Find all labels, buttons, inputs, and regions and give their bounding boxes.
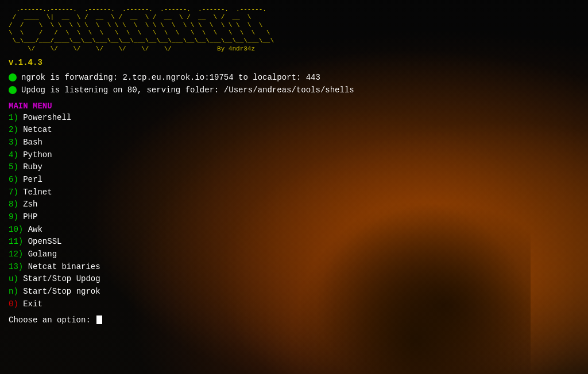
updog-status: Updog is listening on 80, serving folder… [9,85,579,95]
menu-num-6: 6) [9,175,18,184]
menu-num-13: 13) [9,262,23,271]
menu-num-9: 9) [9,212,18,221]
menu-num-u: u) [9,274,18,283]
menu-label-awk: Awk [28,225,42,234]
menu-item-awk[interactable]: 10) Awk [9,224,579,236]
menu-item-bash[interactable]: 3) Bash [9,137,579,149]
main-menu: MAIN MENU 1) Powershell 2) Netcat 3) Bas… [9,102,579,311]
menu-label-telnet: Telnet [23,188,52,197]
menu-item-netcat-binaries[interactable]: 13) Netcat binaries [9,261,579,274]
menu-item-php[interactable]: 9) PHP [9,211,579,224]
prompt-text: Choose an option: [9,315,91,325]
menu-item-zsh[interactable]: 8) Zsh [9,198,579,211]
menu-label-powershell: Powershell [23,113,71,122]
menu-label-exit: Exit [23,299,42,309]
menu-label-python: Python [23,150,52,159]
menu-label-golang: Golang [28,250,57,259]
menu-item-powershell[interactable]: 1) Powershell [9,112,579,124]
menu-num-4: 4) [9,150,18,159]
menu-num-5: 5) [9,162,18,172]
menu-num-3: 3) [9,138,18,147]
menu-num-0: 0) [9,299,18,309]
menu-num-1: 1) [9,113,18,122]
menu-label-ngrok: Start/Stop ngrok [23,287,100,296]
menu-num-12: 12) [9,250,23,259]
menu-num-7: 7) [9,188,18,197]
menu-label-php: PHP [23,212,37,221]
menu-item-openssl[interactable]: 11) OpenSSL [9,236,579,248]
ascii-logo: .------..------. .------. .------. .----… [9,6,579,53]
menu-label-netcat-binaries: Netcat binaries [28,262,100,271]
menu-label-perl: Perl [23,175,42,184]
menu-num-n: n) [9,287,18,296]
menu-title: MAIN MENU [9,102,579,111]
menu-item-python[interactable]: 4) Python [9,149,579,162]
prompt-space [91,315,95,325]
terminal: .------..------. .------. .------. .----… [0,0,588,374]
menu-item-updog[interactable]: u) Start/Stop Updog [9,273,579,286]
menu-item-golang[interactable]: 12) Golang [9,248,579,261]
menu-item-ngrok[interactable]: n) Start/Stop ngrok [9,286,579,298]
version-label: v.1.4.3 [9,58,579,67]
updog-status-dot [9,86,17,94]
menu-item-ruby[interactable]: 5) Ruby [9,161,579,174]
ngrok-status-dot [9,73,17,81]
menu-label-bash: Bash [23,138,42,147]
menu-num-2: 2) [9,125,18,134]
menu-item-telnet[interactable]: 7) Telnet [9,186,579,199]
menu-label-openssl: OpenSSL [28,237,62,246]
menu-num-8: 8) [9,200,18,209]
ngrok-status: ngrok is forwarding: 2.tcp.eu.ngrok.io:1… [9,73,579,82]
prompt-line: Choose an option: [9,315,579,325]
ngrok-status-text: ngrok is forwarding: 2.tcp.eu.ngrok.io:1… [21,73,320,82]
cursor [96,315,102,324]
menu-item-exit[interactable]: 0) Exit [9,298,579,311]
menu-num-10: 10) [9,225,23,234]
menu-label-ruby: Ruby [23,162,42,172]
updog-status-text: Updog is listening on 80, serving folder… [21,85,354,95]
menu-label-zsh: Zsh [23,200,37,209]
menu-num-11: 11) [9,237,23,246]
menu-label-netcat: Netcat [23,125,52,134]
menu-label-updog: Start/Stop Updog [23,274,100,283]
menu-item-perl[interactable]: 6) Perl [9,174,579,186]
menu-item-netcat[interactable]: 2) Netcat [9,124,579,137]
